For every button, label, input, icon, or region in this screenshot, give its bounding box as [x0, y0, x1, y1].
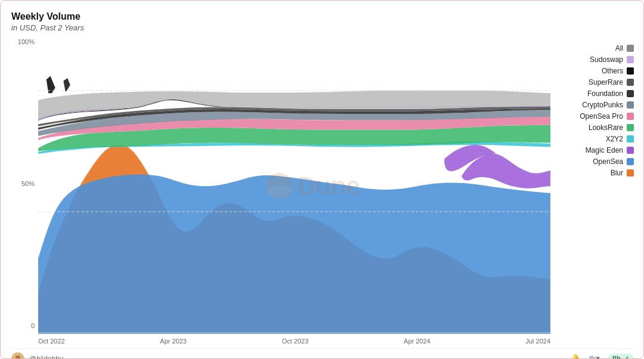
- avatar: [11, 352, 24, 359]
- legend-color-dot: [627, 147, 634, 154]
- legend-label: X2Y2: [606, 135, 623, 143]
- time-value: 8h: [612, 355, 621, 359]
- check-icon: ✓: [623, 355, 629, 359]
- legend-label: CryptoPunks: [582, 101, 623, 109]
- camera-icon[interactable]: 📷: [589, 354, 600, 359]
- legend-item-cryptopunks[interactable]: CryptoPunks: [559, 101, 634, 109]
- y-label-100: 100%: [18, 38, 35, 45]
- legend-label: Sudoswap: [590, 55, 623, 64]
- legend: All Sudoswap Others SuperRare Foundation…: [550, 38, 634, 347]
- legend-label: All: [615, 44, 623, 52]
- legend-item-others[interactable]: Others: [559, 67, 634, 75]
- legend-item-x2y2[interactable]: X2Y2: [559, 135, 634, 143]
- legend-item-opensea-pro[interactable]: OpenSea Pro: [559, 112, 634, 120]
- legend-color-dot: [627, 101, 634, 109]
- legend-label: Blur: [611, 169, 623, 177]
- legend-color-dot: [627, 135, 634, 143]
- legend-color-dot: [627, 113, 634, 120]
- legend-label: LooksRare: [589, 123, 623, 132]
- legend-item-superrare[interactable]: SuperRare: [559, 78, 634, 86]
- x-label-oct2022: Oct 2022: [38, 338, 65, 345]
- legend-label: Foundation: [587, 89, 623, 98]
- legend-item-sudoswap[interactable]: Sudoswap: [559, 55, 634, 64]
- legend-item-all[interactable]: All: [559, 44, 634, 52]
- legend-color-dot: [627, 158, 634, 165]
- chart-area: 100% 50% 0 Dune: [11, 38, 634, 347]
- legend-color-dot: [627, 124, 634, 131]
- bell-icon[interactable]: 🔔: [569, 354, 581, 359]
- legend-color-dot: [627, 56, 634, 63]
- y-label-50: 50%: [21, 180, 35, 187]
- x-label-jul2024: Jul 2024: [525, 338, 550, 345]
- title-section: Weekly Volume in USD, Past 2 Years: [11, 11, 634, 32]
- chart-subtitle: in USD, Past 2 Years: [11, 23, 634, 32]
- legend-color-dot: [627, 90, 634, 97]
- footer: @hildobby 🔔 📷 8h ✓: [11, 348, 634, 359]
- legend-color-dot: [627, 45, 634, 52]
- legend-label: SuperRare: [589, 78, 623, 86]
- author-label: @hildobby: [29, 355, 63, 359]
- chart-svg: [38, 38, 550, 334]
- time-badge: 8h ✓: [608, 354, 634, 359]
- chart-wrapper: 100% 50% 0 Dune: [11, 38, 550, 347]
- footer-right: 🔔 📷 8h ✓: [569, 354, 634, 359]
- legend-item-foundation[interactable]: Foundation: [559, 89, 634, 98]
- legend-label: OpenSea: [593, 157, 623, 166]
- x-label-apr2024: Apr 2024: [404, 338, 431, 345]
- legend-color-dot: [627, 169, 634, 177]
- chart-title: Weekly Volume: [11, 11, 634, 22]
- legend-item-opensea[interactable]: OpenSea: [559, 157, 634, 166]
- chart-canvas: Dune: [38, 38, 550, 334]
- legend-color-dot: [627, 79, 634, 86]
- legend-label: Magic Eden: [586, 146, 623, 154]
- legend-label: OpenSea Pro: [580, 112, 623, 120]
- x-axis: Oct 2022 Apr 2023 Oct 2023 Apr 2024 Jul …: [38, 334, 550, 347]
- x-label-oct2023: Oct 2023: [282, 338, 309, 345]
- legend-label: Others: [602, 67, 623, 75]
- footer-left: @hildobby: [11, 352, 63, 359]
- y-axis: 100% 50% 0: [11, 38, 38, 329]
- x-label-apr2023: Apr 2023: [160, 338, 187, 345]
- legend-item-looksrare[interactable]: LooksRare: [559, 123, 634, 132]
- y-label-0: 0: [31, 322, 35, 329]
- legend-color-dot: [627, 67, 634, 75]
- legend-item-magic-eden[interactable]: Magic Eden: [559, 146, 634, 154]
- main-container: Weekly Volume in USD, Past 2 Years 100% …: [1, 1, 644, 359]
- legend-item-blur[interactable]: Blur: [559, 169, 634, 177]
